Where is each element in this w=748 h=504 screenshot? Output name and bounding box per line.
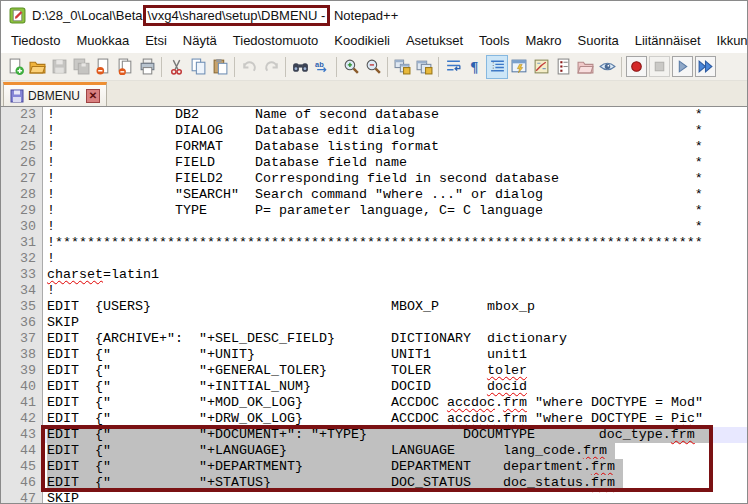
tab-close-icon[interactable]: ✕ [86,89,100,103]
editor[interactable]: 23! DB2 Name of second database *24! DIA… [1,106,747,504]
code-text[interactable]: ! "SEARCH" Search command "where ..." or… [43,187,747,203]
find-button[interactable] [289,55,311,79]
record-macro-button[interactable] [626,56,647,77]
menu-item-tools[interactable]: Tools [471,30,517,52]
code-text[interactable]: ! TYPE P= parameter language, C= C langu… [43,203,747,219]
zoom-in-button[interactable] [340,55,362,79]
udl-dialog-button[interactable] [508,55,530,79]
code-text[interactable]: EDIT {" "+INITIAL_NUM} DOCID docid [43,379,747,395]
sync-vertical-button[interactable] [391,55,413,79]
open-button[interactable] [26,55,48,79]
run-macro-multiple-button[interactable] [695,56,716,77]
line-number[interactable]: 44 [1,443,43,459]
stop-macro-button[interactable] [649,56,670,77]
close-button[interactable] [92,55,114,79]
play-macro-button[interactable] [672,56,693,77]
code-text[interactable]: EDIT {" "+STATUS} DOC_STATUS doc_status.… [43,475,747,491]
line-number[interactable]: 39 [1,363,43,379]
line-number[interactable]: 37 [1,331,43,347]
close-all-button[interactable] [114,55,136,79]
code-text[interactable]: EDIT {" "+DOCUMENT+": "+TYPE} DOCUMTYPE … [43,427,747,443]
function-list-button[interactable] [552,55,574,79]
tab-dbmenu[interactable]: DBMENU ✕ [3,82,107,106]
code-text[interactable]: SKIP [43,491,747,504]
code-text[interactable]: ! FIELD Database field name * [43,155,747,171]
zoom-out-button[interactable] [362,55,384,79]
code-text[interactable]: ! DIALOG Database edit dialog * [43,123,747,139]
document-map-button[interactable] [530,55,552,79]
line-number[interactable]: 29 [1,203,43,219]
line-number[interactable]: 31 [1,235,43,251]
indent-guide-button[interactable] [486,55,508,79]
monitoring-button[interactable] [596,55,618,79]
code-text[interactable]: EDIT {" "+DEPARTMENT} DEPARTMENT departm… [43,459,747,475]
copy-button[interactable] [187,55,209,79]
code-line: 32! [1,251,747,267]
menu-item-suorita[interactable]: Suorita [570,30,627,52]
line-number[interactable]: 43 [1,427,43,443]
cut-button[interactable] [165,55,187,79]
sync-horizontal-button[interactable] [413,55,435,79]
show-all-characters-button[interactable]: ¶ [464,55,486,79]
line-number[interactable]: 23 [1,107,43,123]
title-bar: D:\28_0\Local\Beta\vxg4\shared\setup\DBM… [1,1,747,29]
menu-item-muokkaa[interactable]: Muokkaa [68,30,137,52]
paste-button[interactable] [209,55,231,79]
new-file-button[interactable] [4,55,26,79]
code-text[interactable]: ! DB2 Name of second database * [43,107,747,123]
menu-item-koodikieli[interactable]: Koodikieli [326,30,398,52]
code-text[interactable]: SKIP [43,315,747,331]
menu-item-makro[interactable]: Makro [517,30,569,52]
line-number[interactable]: 33 [1,267,43,283]
menu-item-tiedosto[interactable]: Tiedosto [3,30,68,52]
save-all-button[interactable] [70,55,92,79]
toolbar-separator [234,57,235,77]
undo-button[interactable] [238,55,260,79]
replace-button[interactable]: ab [311,55,333,79]
line-number[interactable]: 45 [1,459,43,475]
code-text[interactable]: EDIT {" "+UNIT} UNIT1 unit1 [43,347,747,363]
code-text[interactable]: EDIT {" "+MOD_OK_LOG} ACCDOC accdoc.frm … [43,395,747,411]
menu-item-tiedostomuoto[interactable]: Tiedostomuoto [225,30,327,52]
folder-as-workspace-button[interactable] [574,55,596,79]
menu-item-etsi[interactable]: Etsi [137,30,175,52]
line-number[interactable]: 38 [1,347,43,363]
line-number[interactable]: 30 [1,219,43,235]
misspelled-word: frm [591,459,615,474]
redo-button[interactable] [260,55,282,79]
code-text[interactable]: EDIT {" "+DRW_OK_LOG} ACCDOC accdoc.frm … [43,411,747,427]
word-wrap-button[interactable] [442,55,464,79]
line-number[interactable]: 46 [1,475,43,491]
line-number[interactable]: 32 [1,251,43,267]
line-number[interactable]: 28 [1,187,43,203]
menu-item-asetukset[interactable]: Asetukset [398,30,471,52]
menu-item-ikkuna[interactable]: Ikkuna [709,30,748,52]
code-text[interactable]: EDIT {USERS} MBOX_P mbox_p [43,299,747,315]
code-text[interactable]: ! * [43,219,747,235]
line-number[interactable]: 27 [1,171,43,187]
line-number[interactable]: 35 [1,299,43,315]
line-number[interactable]: 24 [1,123,43,139]
code-line: 34! [1,283,747,299]
code-text[interactable]: !***************************************… [43,235,747,251]
menu-item-liitnniset[interactable]: Liitännäiset [627,30,709,52]
code-text[interactable]: ! FORMAT Database listing format * [43,139,747,155]
menu-item-nyt[interactable]: Näytä [175,30,225,52]
save-button[interactable] [48,55,70,79]
code-text[interactable]: ! FIELD2 Corresponding field in second d… [43,171,747,187]
code-text[interactable]: EDIT {ARCHIVE+": "+SEL_DESC_FIELD} DICTI… [43,331,747,347]
line-number[interactable]: 42 [1,411,43,427]
line-number[interactable]: 40 [1,379,43,395]
line-number[interactable]: 41 [1,395,43,411]
code-text[interactable]: charset=latin1 [43,267,747,283]
code-text[interactable]: ! [43,251,747,267]
print-button[interactable] [136,55,158,79]
code-text[interactable]: ! [43,283,747,299]
code-text[interactable]: EDIT {" "+LANGUAGE} LANGUAGE lang_code.f… [43,443,747,459]
line-number[interactable]: 36 [1,315,43,331]
code-text[interactable]: EDIT {" "+GENERAL_TOLER} TOLER toler [43,363,747,379]
line-number[interactable]: 34 [1,283,43,299]
line-number[interactable]: 25 [1,139,43,155]
line-number[interactable]: 47 [1,491,43,504]
line-number[interactable]: 26 [1,155,43,171]
